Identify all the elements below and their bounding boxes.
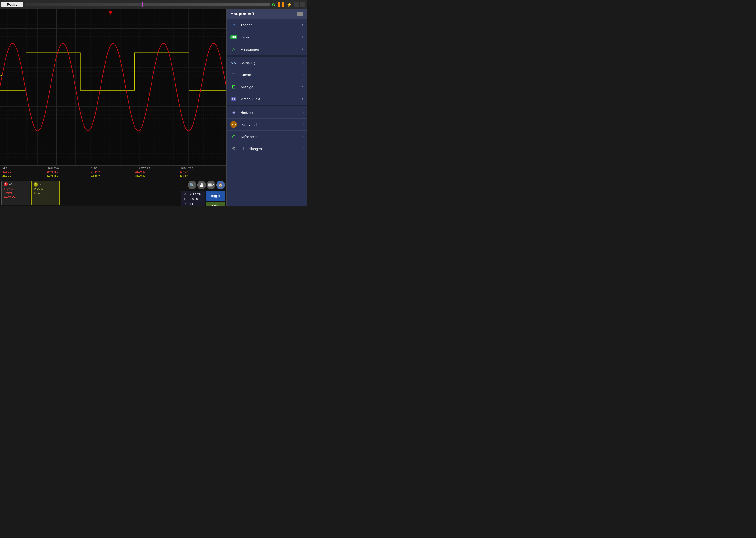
scope-panel: 2 1 Vpp 49,60 V 25,20 V Frequency 19,98 … — [0, 9, 226, 206]
aufnahme-icon: ⊙ — [230, 133, 238, 140]
ch1-vals: 10 V /div -1.0divs 20,000 kHz — [4, 187, 28, 199]
ch1-freq: 20,000 kHz — [4, 195, 28, 199]
save-button[interactable]: 💾 — [197, 181, 206, 189]
meas-col-vpp: Vpp 49,60 V 25,20 V — [2, 166, 47, 178]
bottom-row: 1 AC 10 V /div -1.0divs 20,000 kHz 2 AC … — [0, 179, 226, 206]
meas-ch1-pulse: 25,20 us — [135, 170, 180, 174]
meas-col-vrms: Vrms 17,54 V 12,39 V — [91, 166, 135, 178]
kanal-arrow-icon: > — [302, 35, 303, 39]
meas-ch2-freq: 5,995 kHz — [47, 174, 91, 178]
meas-ch1-vrms: 17,54 V — [91, 170, 135, 174]
meas-ch2-pulse: 83,20 us — [135, 174, 180, 178]
trigger-button[interactable]: Trigger — [206, 190, 225, 201]
m-key: M — [184, 192, 188, 196]
scope-canvas — [0, 9, 226, 165]
ch2-scale: 10 V /div — [34, 188, 57, 191]
meas-header-freq: Frequency — [47, 166, 91, 169]
meas-ch2-duty: 49,88% — [180, 174, 224, 178]
trigger-arrow-icon: > — [302, 23, 303, 27]
t-key: T — [184, 196, 188, 201]
messungen-arrow-icon: > — [302, 47, 303, 51]
menu-item-einstellungen[interactable]: ⚙ Einstellungen > — [227, 143, 307, 155]
zoom-button[interactable]: 🔍 — [188, 181, 196, 189]
sampling-label: Sampling — [241, 61, 299, 65]
sidebar: Hauptmenü — ☞ Trigger > CH1 Kanal > △ Me… — [226, 9, 307, 206]
menu-item-sampling[interactable]: ∿∿ Sampling > — [227, 57, 307, 69]
menu-item-mathe[interactable]: f(x) Mathe Funkt. > — [227, 93, 307, 105]
menu-item-trigger[interactable]: ☞ Trigger > — [227, 19, 307, 31]
close-button[interactable]: ✕ — [300, 2, 305, 7]
mtds-panel: M 20us /div T 0.0 ns D 1k S — [181, 190, 205, 206]
horizon-arrow-icon: > — [302, 111, 303, 114]
messungen-label: Messungen — [241, 47, 299, 51]
trigger-arrow — [109, 11, 112, 15]
channel1-box[interactable]: 1 AC 10 V /div -1.0divs 20,000 kHz — [1, 181, 30, 205]
pause-icon: ❚❚ — [277, 2, 285, 7]
passfail-icon: P?F — [230, 121, 238, 128]
menu-item-passfail[interactable]: P?F Pass / Fail > — [227, 119, 307, 131]
ch2-badge: 2 — [34, 182, 38, 187]
horizon-icon: ⊕ — [230, 109, 238, 116]
ch2-mode: AC — [39, 183, 43, 186]
messungen-icon: △ — [230, 45, 238, 53]
meas-ch1-duty: 50,40% — [180, 170, 224, 174]
ch2-vals: 10 V /div 1.0divs ? — [34, 188, 57, 199]
m-value: 20us /div — [190, 192, 201, 196]
menu-item-aufnahme[interactable]: ⊙ Aufnahme > — [227, 131, 307, 143]
grid-area: 2 1 — [0, 9, 226, 165]
meas-col-duty: +DutyCycle 50,40% 49,88% — [180, 166, 224, 178]
home-button[interactable]: 🏠 — [216, 181, 225, 189]
meas-col-pulse: +PulseWidth 25,20 us 83,20 us — [135, 166, 180, 178]
anzeige-icon: ⊞ — [230, 83, 238, 90]
d-value: 1k — [190, 201, 193, 206]
ch2-offset: 1.0divs — [34, 191, 57, 195]
cursor-label: Cursor — [241, 73, 299, 77]
menu-item-cursor[interactable]: ⌇⌇ Cursor > — [227, 69, 307, 81]
trigger-force-row: Trigger Force ⬤ ↗ -40,00 V — [206, 190, 225, 206]
ch2-box-header: 2 AC — [34, 182, 57, 187]
ch1-offset: -1.0divs — [4, 191, 28, 195]
force-button[interactable]: Force ⬤ ↗ -40,00 V — [206, 202, 225, 206]
mathe-arrow-icon: > — [302, 97, 303, 101]
mtds-m-row: M 20us /div — [184, 192, 202, 196]
meas-header-pulse: +PulseWidth — [135, 166, 180, 169]
aufnahme-label: Aufnahme — [241, 135, 299, 139]
meas-ch1-freq: 19,98 kHz — [47, 170, 91, 174]
trigger-label: Trigger — [241, 23, 299, 27]
ready-badge: Ready — [1, 2, 23, 7]
ch1-marker: 1 — [0, 106, 2, 109]
meas-ch1-vpp: 49,60 V — [2, 170, 47, 174]
horizon-label: Horizon — [241, 111, 299, 115]
meas-header-duty: +DutyCycle — [180, 166, 224, 169]
minimize-button[interactable]: — — [294, 2, 299, 7]
progress-bar-track — [25, 3, 269, 6]
t-value: 0.0 ns — [190, 196, 198, 201]
ch2-extra: ? — [34, 195, 57, 199]
sidebar-header: Hauptmenü — — [227, 9, 307, 19]
mtds-d-row: D 1k — [184, 201, 202, 206]
export-button[interactable]: ⬜↗ — [207, 181, 215, 189]
ch1-mode: AC — [9, 183, 13, 186]
anzeige-arrow-icon: > — [302, 85, 303, 89]
menu-item-kanal[interactable]: CH1 Kanal > — [227, 31, 307, 43]
sampling-icon: ∿∿ — [230, 59, 238, 66]
topbar: Ready A ❚❚ ⚡ — ✕ — [0, 0, 307, 9]
sidebar-minimize-button[interactable]: — — [297, 12, 303, 16]
meas-ch2-vpp: 25,20 V — [2, 174, 47, 178]
menu-item-horizon[interactable]: ⊕ Horizon > — [227, 106, 307, 119]
ch1-badge: 1 — [4, 182, 8, 187]
ch1-scale: 10 V /div — [4, 187, 28, 191]
measurements-bar: Vpp 49,60 V 25,20 V Frequency 19,98 kHz … — [0, 165, 226, 179]
sampling-arrow-icon: > — [302, 61, 303, 65]
channel2-box[interactable]: 2 AC 10 V /div 1.0divs ? — [31, 181, 60, 205]
cursor-icon: ⌇⌇ — [230, 71, 238, 79]
menu-item-anzeige[interactable]: ⊞ Anzeige > — [227, 81, 307, 93]
d-key: D — [184, 201, 188, 206]
letter-a-icon: A — [272, 1, 275, 8]
progress-marker — [142, 2, 143, 7]
main-area: 2 1 Vpp 49,60 V 25,20 V Frequency 19,98 … — [0, 9, 307, 206]
passfail-label: Pass / Fail — [241, 123, 299, 127]
einstellungen-label: Einstellungen — [241, 147, 299, 151]
menu-item-messungen[interactable]: △ Messungen > — [227, 43, 307, 55]
top-icons: A ❚❚ ⚡ — ✕ — [272, 1, 305, 8]
